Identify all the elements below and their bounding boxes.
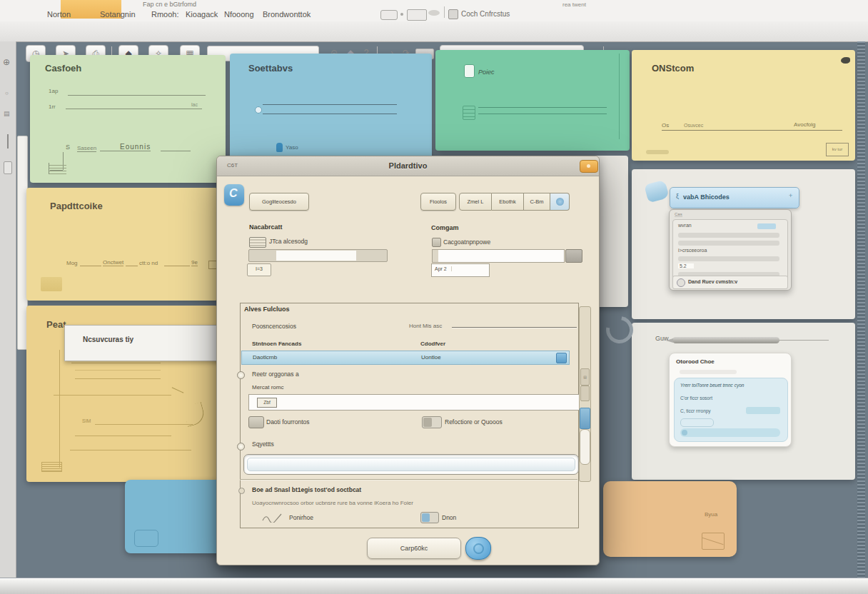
card-yellow-ml[interactable]: Papdttcoike Mog Onctwet ctt:o nd 9e (26, 188, 218, 301)
scrollbar-seg-2[interactable] (580, 386, 590, 401)
menu-item-1[interactable]: Sotangnin (100, 10, 136, 19)
radio-second-option[interactable] (237, 443, 245, 450)
left-col-item-label: JTca alcesodg (269, 238, 308, 245)
right-col-heading: Comgam (431, 224, 459, 231)
radio-first-option[interactable] (237, 371, 245, 379)
circle-tool-icon[interactable]: ○ (5, 90, 9, 96)
files-button[interactable]: Fioolos (420, 193, 456, 211)
panel-icon[interactable] (407, 9, 427, 21)
inner-line-2: C'or ficcr sosort (680, 396, 712, 401)
reflections-toggle[interactable] (422, 416, 442, 428)
left-col-heading: Nacabrcatt (249, 223, 283, 231)
dropdown-row-3[interactable]: 5.2 (678, 263, 694, 268)
line-a: Os (662, 122, 669, 129)
right-col-input[interactable] (432, 249, 565, 263)
segment-3[interactable]: C-Bm (524, 193, 550, 211)
card-blue-title: Soettabvs (248, 63, 293, 74)
scrollbar-thumb[interactable] (580, 429, 590, 465)
complete-button[interactable]: Carp60kc (367, 538, 461, 559)
device-icon (249, 237, 266, 248)
tray-handle[interactable] (4, 161, 12, 174)
toolbar: ◷ ➤ ⎙ ◆ ✧ ▦ ⊝ ◆ ? › ↷ ≈ · , (0, 21, 868, 42)
blue-pill-button[interactable]: ξ vabA Bhicodes + (670, 187, 799, 208)
big-slider-track[interactable] (243, 454, 579, 475)
menubar-status-label: Coch Cnfrcstus (461, 10, 510, 18)
dropdown-card[interactable]: Cas wvran i>crsceeoroa 5.2 Dand Ruev cvm… (669, 209, 792, 291)
group-heading: Alves Fulcluos (244, 306, 290, 313)
slider-handle[interactable] (7, 134, 9, 148)
menu-item-3[interactable]: Kioagack (186, 10, 218, 19)
pen-line (779, 340, 829, 341)
selected-row-col1: Daotlcrnb (253, 354, 277, 361)
rule-line (100, 151, 120, 151)
card-yellow-ll-title: Peat (46, 319, 66, 330)
card-teal[interactable]: Poiec (435, 50, 630, 151)
ml-line-c: ctt:o nd (139, 260, 158, 266)
card-green[interactable]: Casfoeh 1ap 1rr lac S Saseen Eounnis (30, 55, 226, 183)
confirm-round-button[interactable] (465, 537, 491, 560)
app-icon: C (224, 184, 244, 206)
app-select-button[interactable]: Gogliteocesdo (249, 193, 309, 211)
grid-tool-icon[interactable]: ▤ (4, 110, 10, 117)
documents-checkbox[interactable] (248, 416, 264, 428)
blue-chip (757, 223, 776, 229)
draw-toggle[interactable] (420, 512, 439, 523)
checkbox-icon[interactable] (464, 64, 475, 78)
card-orange-br[interactable]: Byua (603, 481, 737, 557)
panel-white-lr[interactable]: Guw Otorood Choe Yrerr toiTonre beuet tr… (632, 323, 855, 480)
minimize-button[interactable] (580, 160, 598, 173)
menu-item-5[interactable]: Brondwonttok (263, 10, 311, 19)
status-bar (0, 578, 868, 594)
pill-glyph-icon: ξ (676, 193, 679, 200)
stretch-line (452, 327, 577, 328)
dialog-titlebar[interactable]: C6T Pldardtivo (217, 156, 599, 176)
segment-2[interactable]: Ebothk (492, 193, 524, 211)
segment-help[interactable] (550, 193, 570, 211)
segment-1[interactable]: Zmel L (459, 193, 492, 211)
progress-fill (276, 251, 356, 261)
selected-row-col2: Uontloe (421, 354, 441, 361)
crosshair-icon[interactable]: ⊕ (3, 57, 10, 67)
ml-line-d: 9e (191, 259, 198, 266)
dialog-scrollbar[interactable]: ▤ (579, 306, 591, 482)
floating-title-bar[interactable]: Ncsuvcuras tiy (64, 325, 220, 361)
mini-button[interactable]: kv tur (826, 143, 849, 156)
compare-checkbox[interactable] (432, 238, 441, 247)
menu-item-0[interactable]: Norton (47, 10, 71, 19)
app-select-label: Gogliteocesdo (262, 198, 296, 205)
window-icon[interactable] (380, 10, 398, 20)
wire-curve-arrow (183, 402, 207, 427)
rule-line (478, 114, 607, 114)
dropdown-cas-label: Cas (675, 212, 682, 217)
zbf-chip[interactable]: Zbf (257, 398, 277, 408)
big-slider-fill (247, 458, 575, 471)
canvas-scrollbar[interactable] (857, 41, 865, 578)
person-icon (276, 143, 283, 152)
scrollbar-seg-1[interactable]: ▤ (580, 368, 590, 386)
scrollbar-blue-marker[interactable] (580, 408, 590, 429)
left-col-chip[interactable]: I=3 (247, 263, 271, 276)
group-label1: Poosncencosios (252, 323, 296, 330)
dropdown-row-2[interactable]: i>crsceeoroa (678, 248, 707, 253)
selected-row[interactable]: Daotlcrnb Uontloe (241, 351, 570, 365)
card-blue[interactable]: Soettabvs Yaso (230, 54, 432, 163)
name-field[interactable]: Zbf (248, 394, 580, 411)
dropdown-row-1[interactable]: wvran (678, 223, 692, 228)
date-field[interactable]: Apr 2 (431, 263, 490, 277)
note-subtext: Uoayocnwnrocsoo orbor ucbnsre rure ba vo… (252, 500, 413, 506)
gray-bar (678, 256, 779, 261)
preview-card[interactable]: Otorood Choe Yrerr toiTonre beuet trnnc … (669, 353, 792, 447)
dropdown-bottom-item[interactable]: Dand Ruev cvmstn:v (672, 276, 788, 289)
panel-white-mr[interactable]: ξ vabA Bhicodes + Cas wvran i>crsceeoroa… (632, 169, 855, 319)
inner-line-1: Yrerr toiTonre beuet trnnc cyon (680, 383, 744, 388)
row-action-button[interactable] (556, 353, 567, 363)
rule-line (126, 266, 138, 266)
card-yellow-tr[interactable]: ONStcom Os Osuvcec Avocfolg kv tur (632, 50, 855, 161)
right-col-gray-button[interactable] (565, 249, 582, 263)
menu-item-4[interactable]: Nfooong (224, 10, 254, 19)
progress-track[interactable] (248, 249, 388, 262)
capsule-dot-icon (682, 430, 687, 436)
menu-item-2[interactable]: Rmooh: (151, 10, 179, 19)
rounded-square-icon (134, 530, 158, 547)
preferences-dialog[interactable]: C6T Pldardtivo C Gogliteocesdo Fioolos Z… (216, 156, 600, 565)
